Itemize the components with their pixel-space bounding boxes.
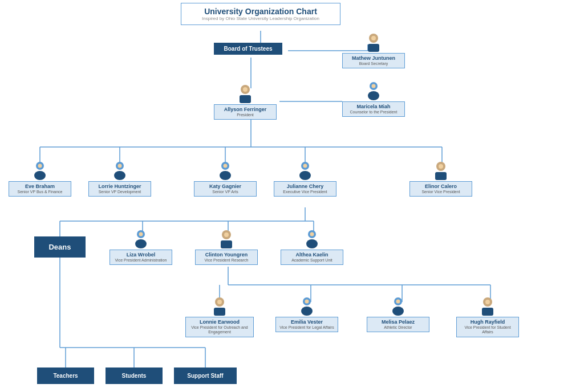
elinor-box: Elinor Calero Senior Vice President — [409, 181, 472, 197]
melisa-node: Melisa Pelaez Athletic Director — [367, 295, 429, 332]
liza-box: Liza Wrobel Vice President Administratio… — [110, 250, 172, 265]
svg-point-67 — [305, 300, 309, 304]
students-box: Students — [106, 368, 163, 384]
chart-title: University Organization Chart — [187, 7, 334, 16]
mathew-box: Mathew Juntunen Board Secretary — [342, 53, 405, 68]
svg-point-42 — [114, 171, 125, 180]
allyson-node: Allyson Ferringer President — [214, 83, 277, 120]
svg-point-40 — [38, 164, 42, 168]
support-staff-box: Support Staff — [174, 368, 237, 384]
svg-rect-57 — [221, 240, 232, 248]
svg-point-73 — [485, 300, 490, 304]
clinton-box: Clinton Youngren Vice President Research — [195, 250, 258, 265]
lonnie-box: Lonnie Earwood Vice President for Outrea… — [185, 317, 254, 337]
maricela-node: Maricela Miah Counselor to the President — [342, 80, 405, 117]
althea-node: Althea Kaelin Academic Support Unit — [281, 228, 343, 265]
althea-box: Althea Kaelin Academic Support Unit — [281, 250, 343, 265]
svg-point-70 — [396, 300, 400, 304]
svg-rect-72 — [482, 308, 493, 316]
svg-point-36 — [368, 91, 379, 100]
main-title: University Organization Chart Inspired b… — [181, 3, 340, 25]
hugh-node: Hugh Rayfield Vice President for Student… — [456, 295, 519, 337]
svg-point-37 — [372, 84, 376, 88]
allyson-box: Allyson Ferringer President — [214, 104, 277, 120]
svg-point-48 — [299, 171, 311, 180]
julianne-box: Julianne Chery Executive Vice President — [274, 181, 336, 197]
org-chart: University Organization Chart Inspired b… — [0, 0, 584, 392]
svg-rect-30 — [368, 44, 379, 52]
board-box: Board of Trustees — [214, 43, 282, 55]
svg-point-60 — [306, 239, 318, 248]
svg-point-45 — [220, 171, 231, 180]
svg-point-66 — [301, 307, 313, 316]
svg-point-43 — [118, 164, 122, 168]
lorrie-node: Lorrie Huntzinger Senior VP Development — [88, 160, 151, 197]
liza-node: Liza Wrobel Vice President Administratio… — [110, 228, 172, 265]
teachers-box: Teachers — [37, 368, 94, 384]
svg-point-58 — [224, 232, 229, 237]
svg-point-34 — [243, 87, 248, 92]
svg-rect-51 — [435, 172, 447, 180]
svg-point-55 — [139, 232, 143, 236]
svg-point-52 — [439, 164, 443, 169]
chart-subtitle: Inspired by Ohio State University Leader… — [187, 16, 334, 21]
deans-box: Deans — [34, 236, 86, 258]
hugh-box: Hugh Rayfield Vice President for Student… — [456, 317, 519, 337]
svg-rect-33 — [240, 95, 251, 103]
katy-box: Katy Gagnier Senior VP Arts — [194, 181, 257, 197]
svg-point-46 — [224, 164, 228, 168]
svg-point-39 — [34, 171, 46, 180]
emilia-node: Emilia Vester Vice President for Legal A… — [275, 295, 338, 332]
mathew-node: Mathew Juntunen Board Secretary — [342, 31, 405, 68]
svg-point-61 — [310, 232, 314, 236]
elinor-node: Elinor Calero Senior Vice President — [409, 160, 472, 197]
maricela-box: Maricela Miah Counselor to the President — [342, 101, 405, 117]
lonnie-node: Lonnie Earwood Vice President for Outrea… — [185, 295, 254, 337]
melisa-box: Melisa Pelaez Athletic Director — [367, 317, 429, 332]
svg-point-31 — [371, 36, 376, 40]
svg-point-69 — [392, 307, 404, 316]
eve-box: Eve Braham Senior VP Bus & Finance — [9, 181, 71, 197]
svg-point-64 — [217, 300, 222, 304]
emilia-box: Emilia Vester Vice President for Legal A… — [275, 317, 338, 332]
julianne-node: Julianne Chery Executive Vice President — [274, 160, 336, 197]
lorrie-box: Lorrie Huntzinger Senior VP Development — [88, 181, 151, 197]
katy-node: Katy Gagnier Senior VP Arts — [194, 160, 257, 197]
svg-point-54 — [135, 239, 147, 248]
svg-point-49 — [303, 164, 307, 168]
svg-rect-63 — [214, 308, 225, 316]
eve-node: Eve Braham Senior VP Bus & Finance — [9, 160, 71, 197]
clinton-node: Clinton Youngren Vice President Research — [195, 228, 258, 265]
